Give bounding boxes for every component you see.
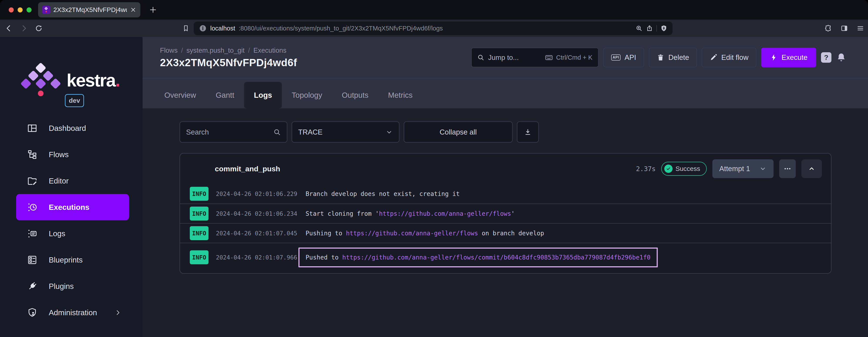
execute-button[interactable]: Execute bbox=[761, 48, 816, 67]
log-timestamp: 2024-04-26 02:01:06.229 bbox=[216, 190, 298, 197]
help-button[interactable]: ? bbox=[821, 52, 831, 63]
share-icon[interactable] bbox=[646, 25, 653, 32]
menu-icon[interactable] bbox=[857, 25, 864, 32]
log-text: Pushed to bbox=[306, 254, 342, 261]
chevron-down-icon bbox=[385, 128, 393, 136]
log-timestamp: 2024-04-26 02:01:07.966 bbox=[216, 254, 298, 261]
jump-to-shortcut: Ctrl/Cmd + K bbox=[545, 53, 592, 62]
zoom-in-icon[interactable] bbox=[636, 25, 643, 32]
sidebar-item-flows[interactable]: Flows bbox=[16, 141, 129, 167]
jump-to-label: Jump to... bbox=[488, 54, 519, 62]
back-icon[interactable] bbox=[5, 24, 12, 32]
notifications-bell-icon[interactable] bbox=[836, 53, 846, 62]
more-options-button[interactable] bbox=[779, 159, 796, 178]
url-path: :8080/ui/executions/system/push_to_git/2… bbox=[239, 25, 632, 32]
close-tab-icon[interactable] bbox=[130, 6, 136, 13]
breadcrumb-separator: / bbox=[248, 47, 250, 54]
page-header: Flows/system.push_to_git/Executions 2X3x… bbox=[143, 37, 868, 109]
dashboard-icon bbox=[27, 123, 37, 133]
tab-metrics[interactable]: Metrics bbox=[378, 82, 423, 109]
tab-gantt[interactable]: Gantt bbox=[206, 82, 244, 109]
log-level-badge: INFO bbox=[190, 226, 209, 240]
bookmark-icon[interactable] bbox=[182, 25, 189, 32]
breadcrumb-item[interactable]: Flows bbox=[160, 47, 178, 54]
tab-logs[interactable]: Logs bbox=[244, 82, 282, 109]
sidebar-item-dashboard[interactable]: Dashboard bbox=[16, 115, 129, 141]
minimize-window-button[interactable] bbox=[18, 7, 23, 12]
log-link[interactable]: https://github.com/anna-geller/flows/com… bbox=[342, 254, 651, 261]
flows-icon bbox=[27, 149, 37, 160]
kestra-favicon-icon bbox=[42, 6, 50, 14]
delete-button[interactable]: Delete bbox=[649, 48, 697, 67]
api-button[interactable]: API API bbox=[603, 48, 644, 67]
log-level-badge: INFO bbox=[190, 187, 209, 201]
window-controls bbox=[9, 7, 32, 12]
keyboard-icon bbox=[545, 53, 553, 62]
log-level-select[interactable]: TRACE bbox=[292, 121, 399, 143]
tab-overview[interactable]: Overview bbox=[155, 82, 206, 109]
chevron-down-icon bbox=[759, 165, 767, 173]
log-text: on branch develop bbox=[478, 230, 544, 237]
check-circle-icon bbox=[664, 164, 673, 173]
log-search-field[interactable] bbox=[180, 121, 287, 143]
kestra-logo-icon bbox=[21, 63, 60, 98]
administration-icon bbox=[27, 307, 37, 318]
sidebar-item-executions[interactable]: Executions bbox=[16, 194, 129, 220]
main-area: Flows/system.push_to_git/Executions 2X3x… bbox=[143, 37, 868, 337]
log-row: INFO 2024-04-26 02:01:06.234 Start cloni… bbox=[180, 204, 831, 223]
log-row: INFO 2024-04-26 02:01:07.966 Pushed to h… bbox=[180, 243, 831, 272]
log-link[interactable]: https://github.com/anna-geller/flows bbox=[346, 230, 478, 237]
browser-tab[interactable]: 2X3x2TMqX5NfvFPDj4wd6f | bbox=[38, 2, 141, 18]
sidebar-item-plugins[interactable]: Plugins bbox=[16, 273, 129, 299]
breadcrumb-separator: / bbox=[181, 47, 183, 54]
pencil-icon bbox=[710, 54, 717, 61]
attempt-select[interactable]: Attempt 1 bbox=[712, 159, 774, 178]
collapse-all-button[interactable]: Collapse all bbox=[404, 121, 513, 143]
log-rows: INFO 2024-04-26 02:01:06.229 Branch deve… bbox=[180, 184, 831, 273]
content: TRACE Collapse all bbox=[143, 109, 868, 337]
extensions-puzzle-icon[interactable] bbox=[825, 25, 832, 32]
forward-icon[interactable] bbox=[20, 24, 28, 32]
browser-toolbar: localhost:8080/ui/executions/system/push… bbox=[0, 20, 868, 37]
sidebar-item-logs[interactable]: Logs bbox=[16, 220, 129, 247]
reload-icon[interactable] bbox=[35, 24, 43, 32]
shield-badge-icon[interactable] bbox=[660, 25, 667, 32]
attempt-value: Attempt 1 bbox=[719, 164, 750, 173]
chevron-up-icon bbox=[808, 165, 815, 173]
search-input[interactable] bbox=[186, 128, 273, 136]
header-top: Flows/system.push_to_git/Executions 2X3x… bbox=[143, 37, 868, 79]
edit-flow-button[interactable]: Edit flow bbox=[702, 48, 756, 67]
blueprints-icon bbox=[27, 255, 37, 265]
tab-outputs[interactable]: Outputs bbox=[332, 82, 378, 109]
tab-topology[interactable]: Topology bbox=[282, 82, 332, 109]
url-bar[interactable]: localhost:8080/ui/executions/system/push… bbox=[194, 22, 673, 35]
jump-to-button[interactable]: Jump to... Ctrl/Cmd + K bbox=[471, 48, 598, 67]
status-label: Success bbox=[675, 165, 700, 173]
new-tab-button[interactable] bbox=[149, 6, 157, 14]
log-row: INFO 2024-04-26 02:01:07.045 Pushing to … bbox=[180, 223, 831, 243]
close-window-button[interactable] bbox=[9, 7, 14, 12]
page-title: 2X3x2TMqX5NfvFPDj4wd6f bbox=[160, 57, 297, 68]
sidebar-item-blueprints[interactable]: Blueprints bbox=[16, 247, 129, 273]
breadcrumb-item[interactable]: Executions bbox=[253, 47, 286, 54]
download-icon bbox=[524, 128, 531, 136]
maximize-window-button[interactable] bbox=[27, 7, 32, 12]
executions-icon bbox=[27, 202, 37, 212]
log-level-badge: INFO bbox=[190, 250, 209, 264]
site-info-icon[interactable] bbox=[199, 24, 207, 32]
breadcrumb-item[interactable]: system.push_to_git bbox=[187, 47, 245, 54]
log-row: INFO 2024-04-26 02:01:06.229 Branch deve… bbox=[180, 184, 831, 204]
download-logs-button[interactable] bbox=[517, 121, 539, 143]
environment-badge: dev bbox=[65, 94, 84, 107]
sidebar-item-administration[interactable]: Administration bbox=[16, 299, 129, 326]
header-actions: Jump to... Ctrl/Cmd + K API API bbox=[471, 48, 846, 67]
browser-controls bbox=[825, 25, 864, 32]
kestra-logo[interactable]: kestra. bbox=[21, 63, 120, 98]
breadcrumb: Flows/system.push_to_git/Executions bbox=[160, 47, 297, 54]
log-message: Pushing to https://github.com/anna-gelle… bbox=[306, 230, 544, 237]
sidebar-item-editor[interactable]: Editor bbox=[16, 167, 129, 194]
log-link[interactable]: https://github.com/anna-geller/flows bbox=[379, 210, 511, 217]
collapse-task-button[interactable] bbox=[801, 159, 822, 178]
sidebar-panel-icon[interactable] bbox=[841, 25, 848, 32]
log-controls: TRACE Collapse all bbox=[180, 121, 831, 143]
